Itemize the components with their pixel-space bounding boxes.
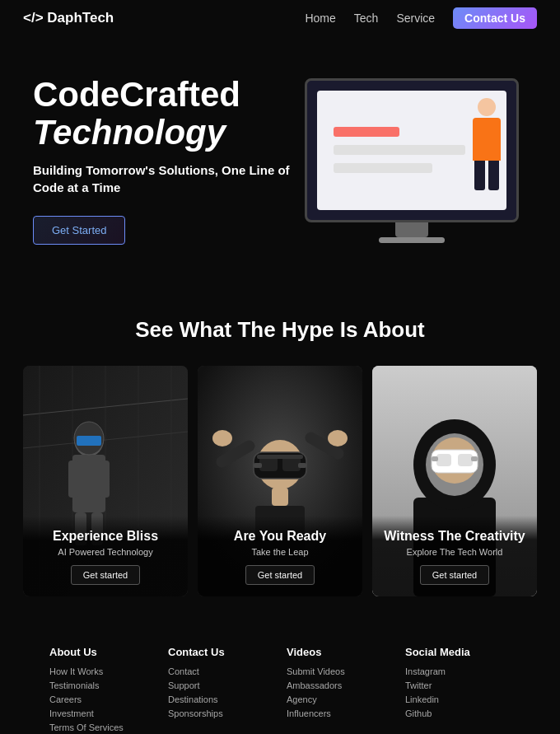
footer-link-instagram[interactable]: Instagram <box>405 666 511 676</box>
footer-col-social-heading: Social Media <box>405 646 511 658</box>
card-1-title: Experience Bliss <box>35 529 176 544</box>
card-2: Are You Ready Take the Leap Get started <box>198 366 362 596</box>
logo: </> DaphTech <box>23 10 114 26</box>
footer-link-tos[interactable]: Terms Of Services <box>49 722 155 732</box>
hero-section: CodeCrafted Technology Building Tomorrow… <box>0 36 560 284</box>
hero-illustration <box>296 78 527 243</box>
footer-col-videos: Videos Submit Videos Ambassadors Agency … <box>287 646 392 734</box>
footer-link-linkedin[interactable]: Linkedin <box>405 694 511 704</box>
svg-rect-41 <box>432 456 438 461</box>
nav-tech[interactable]: Tech <box>354 12 379 25</box>
svg-point-22 <box>212 430 232 446</box>
footer-link-influencers[interactable]: Influencers <box>287 708 392 718</box>
card-3-subtitle: Explore The Tech World <box>384 547 525 557</box>
nav-links: Home Tech Service Contact Us <box>305 11 537 26</box>
svg-rect-28 <box>254 463 262 468</box>
footer-col-about: About Us How It Works Testimonials Caree… <box>49 646 155 734</box>
footer-link-investment[interactable]: Investment <box>49 708 155 718</box>
card-1-button[interactable]: Get started <box>71 565 140 585</box>
svg-rect-30 <box>257 455 303 459</box>
svg-rect-42 <box>471 456 478 461</box>
person-figure <box>467 98 506 197</box>
hero-subtitle: Building Tomorrow's Solutions, One Line … <box>33 161 296 196</box>
card-3-overlay: Witness The Creativity Explore The Tech … <box>372 516 537 596</box>
footer-link-agency[interactable]: Agency <box>287 694 392 704</box>
footer-col-contact-heading: Contact Us <box>168 646 273 658</box>
person-head <box>478 98 496 116</box>
footer-col-about-heading: About Us <box>49 646 155 658</box>
footer-link-careers[interactable]: Careers <box>49 694 155 704</box>
navbar: </> DaphTech Home Tech Service Contact U… <box>0 0 560 36</box>
card-2-overlay: Are You Ready Take the Leap Get started <box>198 516 362 596</box>
screen-bar-accent <box>334 127 399 137</box>
nav-contact-button[interactable]: Contact Us <box>453 7 537 29</box>
footer-columns: About Us How It Works Testimonials Caree… <box>49 646 511 734</box>
monitor-graphic <box>305 78 519 222</box>
screen-bar-long <box>334 145 465 155</box>
footer-col-videos-heading: Videos <box>287 646 392 658</box>
person-leg-right <box>488 161 499 190</box>
card-3: Witness The Creativity Explore The Tech … <box>372 366 537 596</box>
svg-rect-12 <box>100 461 110 498</box>
svg-rect-40 <box>458 454 473 466</box>
card-2-button[interactable]: Get started <box>245 565 315 585</box>
footer-link-howitworks[interactable]: How It Works <box>49 666 155 676</box>
nav-service[interactable]: Service <box>396 12 435 25</box>
hype-heading: See What The Hype Is About <box>23 317 537 343</box>
hype-section: See What The Hype Is About <box>0 284 560 616</box>
card-1-subtitle: AI Powered Technology <box>35 547 176 557</box>
footer-col-videos-links: Submit Videos Ambassadors Agency Influen… <box>287 666 392 718</box>
svg-rect-39 <box>436 454 451 466</box>
person-legs <box>467 161 506 190</box>
card-3-button[interactable]: Get started <box>420 565 489 585</box>
footer-link-contact[interactable]: Contact <box>168 666 273 676</box>
footer-link-support[interactable]: Support <box>168 680 273 690</box>
cards-grid: Experience Bliss AI Powered Technology G… <box>23 366 537 596</box>
footer-link-sponsorships[interactable]: Sponsorships <box>168 708 273 718</box>
footer-col-about-links: How It Works Testimonials Careers Invest… <box>49 666 155 732</box>
footer-link-ambassadors[interactable]: Ambassadors <box>287 680 392 690</box>
monitor-base <box>379 237 445 243</box>
person-body <box>473 118 501 161</box>
footer-col-contact-links: Contact Support Destinations Sponsorship… <box>168 666 273 718</box>
footer-col-social: Social Media Instagram Twitter Linkedin … <box>405 646 511 734</box>
svg-rect-29 <box>298 463 306 468</box>
hero-cta-button[interactable]: Get Started <box>33 216 125 245</box>
footer-link-submitvideos[interactable]: Submit Videos <box>287 666 392 676</box>
footer-col-contact: Contact Us Contact Support Destinations … <box>168 646 273 734</box>
svg-rect-31 <box>272 488 288 506</box>
svg-rect-16 <box>77 436 101 446</box>
card-1: Experience Bliss AI Powered Technology G… <box>23 366 188 596</box>
footer-link-testimonials[interactable]: Testimonials <box>49 680 155 690</box>
footer: About Us How It Works Testimonials Caree… <box>0 616 560 734</box>
hero-text: CodeCrafted Technology Building Tomorrow… <box>33 76 296 245</box>
card-3-title: Witness The Creativity <box>384 529 525 544</box>
person-leg-left <box>474 161 485 190</box>
footer-link-twitter[interactable]: Twitter <box>405 680 511 690</box>
svg-rect-11 <box>68 461 78 498</box>
monitor-stand <box>395 222 428 237</box>
footer-link-destinations[interactable]: Destinations <box>168 694 273 704</box>
footer-col-social-links: Instagram Twitter Linkedin Github <box>405 666 511 718</box>
nav-home[interactable]: Home <box>305 12 335 25</box>
card-1-overlay: Experience Bliss AI Powered Technology G… <box>23 516 188 596</box>
footer-link-github[interactable]: Github <box>405 708 511 718</box>
screen-bar-medium <box>334 163 432 173</box>
card-2-subtitle: Take the Leap <box>209 547 351 557</box>
card-2-title: Are You Ready <box>209 529 351 544</box>
svg-point-23 <box>328 430 348 446</box>
hero-title: CodeCrafted Technology <box>33 76 296 152</box>
